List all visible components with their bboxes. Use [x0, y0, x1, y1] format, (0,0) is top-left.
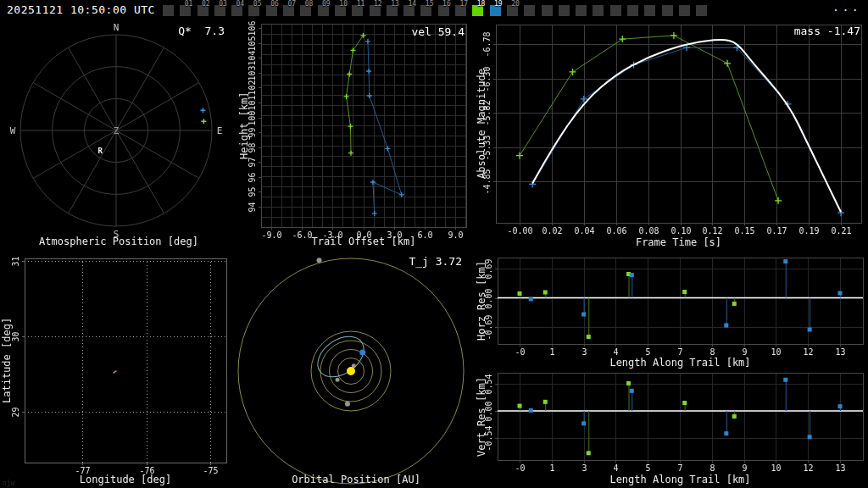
- overflow-menu-button[interactable]: ...: [832, 0, 861, 14]
- timeline-tab-07[interactable]: 07: [283, 5, 294, 16]
- top-bar: 20251121 10:50:00 UTC 010203040506070809…: [0, 0, 868, 20]
- orbital-position-panel: T_j 3.72 Orbital Position [AU]: [237, 249, 475, 488]
- tisserand-annotation: T_j 3.72: [409, 255, 462, 268]
- timeline-tab-15[interactable]: 15: [420, 5, 431, 16]
- timeline-tab-12[interactable]: 12: [370, 5, 381, 16]
- vertical-residuals-plot: [475, 371, 868, 488]
- atmospheric-position-panel: Q* 7.3 Atmospheric Position [deg]: [0, 20, 237, 249]
- timeline-tab-05[interactable]: 05: [248, 5, 259, 16]
- timeline-tab-08[interactable]: 08: [300, 5, 311, 16]
- timeline-tab-20[interactable]: 20: [507, 5, 518, 16]
- timeline-tab-09[interactable]: 09: [318, 5, 329, 16]
- tab-number: 08: [305, 1, 314, 8]
- lightcurve-plot: [475, 20, 868, 249]
- length-along-trail-title-top: Length Along Trail [km]: [498, 357, 863, 369]
- tab-number: 13: [391, 1, 399, 8]
- trail-offset-plot: [237, 20, 475, 249]
- tab-number: 16: [442, 1, 451, 8]
- trail-offset-axis-title: Trail Offset [km]: [261, 236, 466, 247]
- tab-number: 01: [185, 1, 193, 8]
- tab-number: 19: [494, 1, 503, 8]
- tab-number: 18: [477, 1, 486, 8]
- lightcurve-panel: Absolute Magnitude mass -1.47 Frame Time…: [475, 20, 868, 249]
- horizontal-residuals-panel: Horz Res [km] Length Along Trail [km]: [475, 249, 868, 371]
- timeline-slot[interactable]: [679, 5, 690, 16]
- frame-time-axis-title: Frame Time [s]: [496, 236, 861, 248]
- timeline-slot[interactable]: [524, 5, 535, 16]
- latitude-axis-label: Latitude [deg]: [1, 258, 13, 463]
- timeline-tab-10[interactable]: 10: [335, 5, 346, 16]
- horizontal-residuals-plot: [475, 249, 868, 371]
- timeline-slot[interactable]: [627, 5, 638, 16]
- timeline-slot[interactable]: [610, 5, 621, 16]
- velocity-annotation: vel 59.4: [411, 25, 465, 38]
- tab-number: 07: [287, 1, 296, 8]
- q-value-annotation: Q* 7.3: [178, 25, 225, 37]
- tab-number: 11: [357, 1, 365, 8]
- longitude-axis-title: Longitude [deg]: [25, 474, 226, 485]
- timeline-slot[interactable]: [559, 5, 570, 16]
- watermark: njw: [3, 480, 14, 487]
- timeline-tab-01[interactable]: 01: [180, 5, 191, 16]
- tab-number: 09: [322, 1, 331, 8]
- magnitude-axis-label: Absolute Magnitude: [476, 25, 487, 223]
- tab-number: 20: [511, 1, 520, 8]
- timeline-tab-17[interactable]: 17: [455, 5, 466, 16]
- vertical-residuals-panel: Vert Res [km] Length Along Trail [km]: [475, 371, 868, 488]
- tab-number: 17: [459, 1, 468, 8]
- atmospheric-position-plot: [0, 20, 237, 249]
- timeline-slot[interactable]: [696, 5, 707, 16]
- timeline-tab-03[interactable]: 03: [214, 5, 225, 16]
- timeline-tab-04[interactable]: 04: [231, 5, 242, 16]
- timeline-tab-11[interactable]: 11: [352, 5, 363, 16]
- timeline-slot[interactable]: [593, 5, 604, 16]
- tab-number: 10: [339, 1, 348, 8]
- tab-number: 03: [219, 1, 227, 8]
- timeline-slot[interactable]: [542, 5, 553, 16]
- timeline-tab-16[interactable]: 16: [438, 5, 449, 16]
- timeline-slot[interactable]: [576, 5, 587, 16]
- tab-number: 06: [270, 1, 279, 8]
- timeline-slot[interactable]: [662, 5, 673, 16]
- timeline-slot[interactable]: [644, 5, 655, 16]
- atmospheric-position-title: Atmospheric Position [deg]: [0, 236, 237, 247]
- timeline-tab-19[interactable]: 19: [490, 5, 501, 16]
- tab-number: 02: [202, 1, 210, 8]
- timeline-tab-02[interactable]: 02: [198, 5, 209, 16]
- ground-track-panel: Latitude [deg] Longitude [deg] njw: [0, 249, 237, 488]
- timeline-tabs: 0102030405060708091011121314151617181920: [163, 5, 707, 16]
- tab-number: 04: [236, 1, 245, 8]
- clock: 20251121 10:50:00 UTC: [7, 3, 155, 16]
- ground-track-plot: [0, 249, 237, 488]
- tab-number: 14: [409, 1, 417, 8]
- orbital-position-title: Orbital Position [AU]: [237, 474, 475, 485]
- app-window: 20251121 10:50:00 UTC 010203040506070809…: [0, 0, 868, 488]
- tab-number: 05: [253, 1, 262, 8]
- timeline-tab-13[interactable]: 13: [387, 5, 398, 16]
- timeline-tab-18[interactable]: 18: [472, 5, 483, 16]
- height-axis-label: Height [km]: [238, 24, 250, 227]
- trail-offset-panel: Height [km] vel 59.4 Trail Offset [km]: [237, 20, 475, 249]
- tab-number: 15: [426, 1, 434, 8]
- timeline-slot[interactable]: [163, 5, 174, 16]
- mass-annotation: mass -1.47: [794, 25, 860, 37]
- orbital-position-plot: [237, 249, 475, 488]
- timeline-tab-14[interactable]: 14: [403, 5, 415, 16]
- tab-number: 12: [374, 1, 382, 8]
- vert-res-axis-label: Vert Res [km]: [476, 373, 487, 462]
- timeline-tab-06[interactable]: 06: [266, 5, 277, 16]
- horz-res-axis-label: Horz Res [km]: [476, 258, 487, 344]
- length-along-trail-title-bottom: Length Along Trail [km]: [498, 474, 863, 485]
